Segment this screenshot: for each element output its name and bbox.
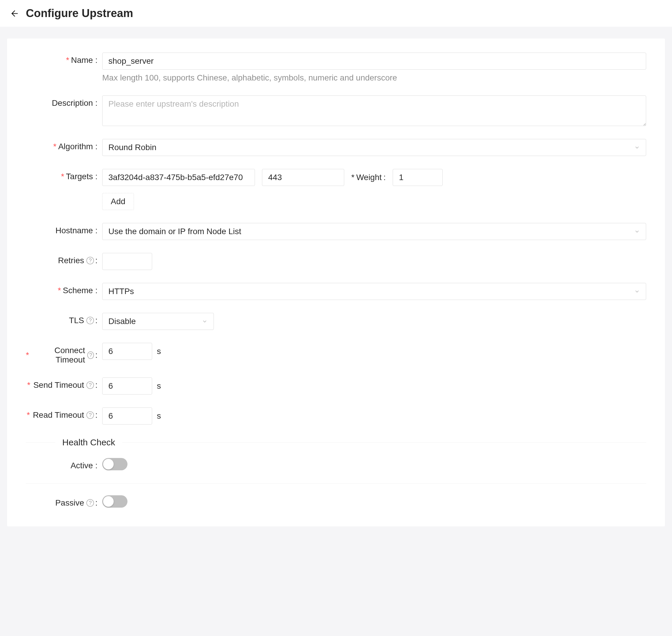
retries-label: Retries? : [26,253,102,265]
help-icon[interactable]: ? [86,317,94,324]
active-label: Active : [26,458,102,470]
help-icon[interactable]: ? [86,499,94,507]
name-input[interactable] [102,53,646,69]
help-icon[interactable]: ? [86,411,94,419]
scheme-select[interactable]: HTTPs [102,283,646,300]
algorithm-select[interactable]: Round Robin [102,139,646,156]
description-label: Description : [26,96,102,108]
retries-input[interactable] [102,253,152,270]
hostname-label: Hostname : [26,223,102,235]
health-check-divider: Health Check [26,437,646,448]
active-toggle[interactable] [102,458,127,470]
name-hint: Max length 100, supports Chinese, alphab… [102,73,646,82]
chevron-down-icon [634,228,640,234]
name-label: *Name : [26,53,102,65]
help-icon[interactable]: ? [87,351,94,359]
help-icon[interactable]: ? [86,381,94,389]
connect-timeout-label: *Connect Timeout? : [26,343,102,364]
targets-label: *Targets : [26,169,102,181]
unit-label: s [157,346,161,356]
tls-label: TLS? : [26,313,102,325]
chevron-down-icon [634,289,640,294]
target-weight-input[interactable] [393,169,443,186]
passive-toggle[interactable] [102,495,127,508]
unit-label: s [157,411,161,421]
target-port-input[interactable] [262,169,344,186]
help-icon[interactable]: ? [86,257,94,264]
divider [26,483,646,483]
read-timeout-label: *Read Timeout? : [26,408,102,420]
add-target-button[interactable]: Add [102,193,134,210]
algorithm-label: *Algorithm : [26,139,102,151]
connect-timeout-input[interactable] [102,343,152,360]
read-timeout-input[interactable] [102,408,152,424]
chevron-down-icon [202,318,208,324]
send-timeout-label: *Send Timeout? : [26,377,102,390]
weight-label: *Weight : [351,173,386,182]
health-check-title: Health Check [62,437,115,448]
chevron-down-icon [634,144,640,151]
form-card: *Name : Max length 100, supports Chinese… [7,39,665,526]
back-button[interactable] [9,8,20,19]
tls-select[interactable]: Disable [102,313,214,330]
unit-label: s [157,381,161,391]
arrow-left-icon [10,9,19,18]
description-textarea[interactable] [102,96,646,126]
scheme-label: *Scheme : [26,283,102,295]
page-header: Configure Upstream [0,0,672,27]
send-timeout-input[interactable] [102,377,152,395]
passive-label: Passive? : [26,495,102,508]
hostname-select[interactable]: Use the domain or IP from Node List [102,223,646,240]
target-host-input[interactable] [102,169,255,186]
page-title: Configure Upstream [26,7,133,20]
